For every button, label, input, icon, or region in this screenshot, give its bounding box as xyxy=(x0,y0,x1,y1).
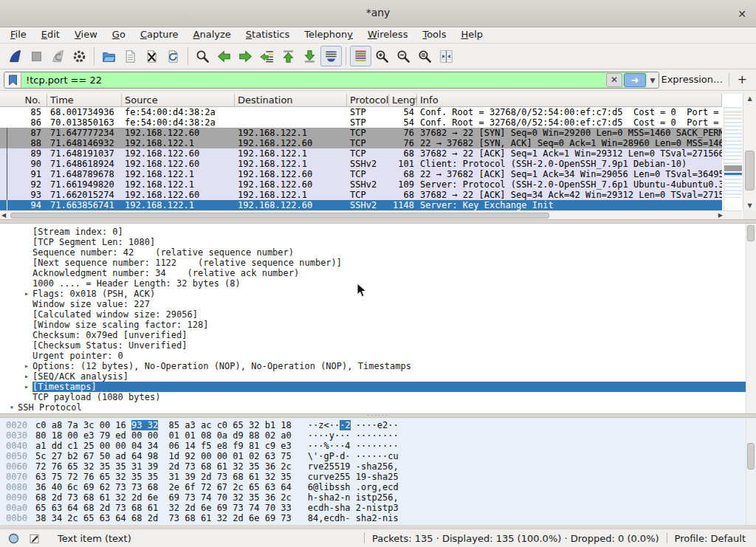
display-filter-input[interactable]: !tcp.port == 22 xyxy=(21,75,605,86)
detail-line[interactable]: ▾SSH Protocol xyxy=(0,402,756,413)
detail-line[interactable]: Urgent pointer: 0 xyxy=(0,351,756,361)
go-top-icon[interactable] xyxy=(278,46,299,66)
capture-comment-icon[interactable] xyxy=(27,531,41,545)
packet-list-vscrollbar[interactable]: ▲ ▼ xyxy=(743,94,756,210)
go-to-packet-icon[interactable] xyxy=(256,46,278,66)
collapsed-arrow-icon[interactable]: ▸ xyxy=(21,361,32,371)
detail-line[interactable]: Acknowledgment number: 34 (relative ack … xyxy=(0,268,756,278)
hex-row[interactable]: 00a065 63 64 68 2d 73 68 61 32 2d 6e 69 … xyxy=(0,503,756,513)
detail-line[interactable]: [Checksum Status: Unverified] xyxy=(0,340,756,351)
auto-scroll-icon[interactable] xyxy=(320,46,342,66)
menu-tools[interactable]: Tools xyxy=(415,27,453,41)
hex-row[interactable]: 00505c 27 b2 67 50 ad 64 98 1d 92 00 00 … xyxy=(0,451,756,461)
packet-row[interactable]: 8771.647777234192.168.122.60192.168.122.… xyxy=(0,128,722,138)
open-file-icon[interactable] xyxy=(98,46,120,66)
reload-icon[interactable] xyxy=(162,46,184,66)
detail-line[interactable]: Checksum: 0x79ed [unverified] xyxy=(0,330,756,340)
menu-edit[interactable]: Edit xyxy=(34,27,67,41)
detail-line[interactable]: Sequence number: 42 (relative sequence n… xyxy=(0,247,756,258)
detail-line[interactable]: [Stream index: 0] xyxy=(0,227,756,237)
apply-filter-button[interactable]: ➜ xyxy=(624,73,646,87)
details-vscrollbar-thumb[interactable] xyxy=(747,225,755,241)
filter-history-caret-icon[interactable]: ▼ xyxy=(647,72,659,88)
go-back-icon[interactable] xyxy=(213,46,235,66)
column-header-time[interactable]: Time xyxy=(47,94,122,107)
close-file-icon[interactable] xyxy=(141,46,162,66)
packet-row[interactable]: 9171.648789678192.168.122.1192.168.122.6… xyxy=(0,169,722,179)
packet-row[interactable]: 9371.662015274192.168.122.60192.168.122.… xyxy=(0,190,722,200)
packet-row[interactable]: 8871.648146932192.168.122.1192.168.122.6… xyxy=(0,138,722,148)
menu-analyze[interactable]: Analyze xyxy=(186,27,238,41)
detail-line[interactable]: ▸Options: (12 bytes), No-Operation (NOP)… xyxy=(0,361,756,371)
menu-file[interactable]: File xyxy=(3,27,34,41)
menu-capture[interactable]: Capture xyxy=(133,27,186,41)
go-forward-icon[interactable] xyxy=(235,46,256,66)
zoom-reset-icon[interactable] xyxy=(414,46,436,66)
detail-line[interactable]: [Window size scaling factor: 128] xyxy=(0,320,756,330)
expert-info-icon[interactable] xyxy=(6,531,21,545)
menu-wireless[interactable]: Wireless xyxy=(360,27,415,41)
go-bottom-icon[interactable] xyxy=(299,46,320,66)
zoom-out-icon[interactable] xyxy=(393,46,414,66)
save-file-icon[interactable] xyxy=(120,46,141,66)
packet-row[interactable]: 9271.661949820192.168.122.1192.168.122.6… xyxy=(0,179,722,190)
colorize-icon[interactable] xyxy=(350,46,371,66)
column-header-no[interactable]: No. xyxy=(0,94,47,107)
packet-row[interactable]: 9471.663856741192.168.122.1192.168.122.6… xyxy=(0,200,722,210)
expanded-arrow-icon[interactable]: ▾ xyxy=(6,402,18,413)
close-window-button[interactable]: ✕ xyxy=(734,6,750,22)
column-header-destination[interactable]: Destination xyxy=(235,94,347,107)
collapsed-arrow-icon[interactable]: ▸ xyxy=(21,289,32,299)
filter-bookmark-icon[interactable] xyxy=(4,72,21,88)
column-header-source[interactable]: Source xyxy=(122,94,235,107)
scroll-down-icon[interactable]: ▼ xyxy=(743,202,756,209)
display-filter-field[interactable]: !tcp.port == 22 ✕ ➜ ▼ xyxy=(4,72,659,89)
packet-row[interactable]: 8971.648191037192.168.122.60192.168.122.… xyxy=(0,148,722,159)
menu-statistics[interactable]: Statistics xyxy=(238,27,297,41)
hex-row[interactable]: 00b038 34 2c 65 63 64 68 2d 73 68 61 32 … xyxy=(0,513,756,523)
menu-go[interactable]: Go xyxy=(105,27,133,41)
title-bar[interactable]: *any ✕ xyxy=(0,0,756,27)
hex-row[interactable]: 009068 2d 73 68 61 32 2d 6e 69 73 74 70 … xyxy=(0,492,756,503)
expression-button[interactable]: Expression… xyxy=(661,74,723,85)
scroll-right-icon[interactable]: ▶ xyxy=(718,212,723,219)
hscrollbar-thumb[interactable] xyxy=(10,213,549,219)
profile-button[interactable]: Profile: Default xyxy=(675,533,746,544)
hex-row[interactable]: 0020c0 a8 7a 3c 00 16 93 32 85 a3 ac c0 … xyxy=(0,420,756,430)
detail-line[interactable]: [Next sequence number: 1122 (relative se… xyxy=(0,258,756,268)
column-header-protocol[interactable]: Protocol xyxy=(347,94,389,107)
capture-options-icon[interactable] xyxy=(69,46,90,66)
detail-line[interactable]: ▸[SEQ/ACK analysis] xyxy=(0,371,756,382)
find-packet-icon[interactable] xyxy=(192,46,213,66)
collapsed-arrow-icon[interactable]: ▸ xyxy=(21,371,32,382)
collapsed-arrow-icon[interactable]: ▸ xyxy=(21,382,32,392)
start-capture-icon[interactable] xyxy=(4,46,26,66)
zoom-in-icon[interactable] xyxy=(371,46,393,66)
menu-telephony[interactable]: Telephony xyxy=(297,27,360,41)
detail-line[interactable]: TCP payload (1080 bytes) xyxy=(0,392,756,402)
detail-line[interactable]: Window size value: 227 xyxy=(0,299,756,309)
scroll-left-icon[interactable]: ◀ xyxy=(1,212,6,219)
detail-line[interactable]: ▸[Timestamps] xyxy=(0,382,756,392)
column-header-info[interactable]: Info xyxy=(417,94,722,107)
hex-row[interactable]: 007063 75 72 76 65 32 35 35 31 39 2d 73 … xyxy=(0,472,756,482)
add-filter-button[interactable]: + xyxy=(738,72,747,86)
packet-list-minimap[interactable] xyxy=(724,107,742,210)
resize-columns-icon[interactable] xyxy=(436,46,457,66)
scroll-up-icon[interactable]: ▲ xyxy=(743,95,756,102)
bytes-vscrollbar-thumb[interactable] xyxy=(747,443,755,469)
packet-row[interactable]: 8568.001734936fe:54:00:d4:38:2aSTP54Conf… xyxy=(0,107,722,117)
menu-help[interactable]: Help xyxy=(453,27,490,41)
packet-row[interactable]: 8670.013850163fe:54:00:d4:38:2aSTP54Conf… xyxy=(0,117,722,128)
menu-view[interactable]: View xyxy=(67,27,105,41)
detail-line[interactable]: ▸Flags: 0x018 (PSH, ACK) xyxy=(0,289,756,299)
hex-row[interactable]: 0040a1 dd c1 25 00 00 04 34 06 14 f5 e8 … xyxy=(0,441,756,451)
hex-row[interactable]: 003080 18 00 e3 79 ed 00 00 01 01 08 0a … xyxy=(0,430,756,441)
packet-list-hscrollbar[interactable]: ◀ ▶ xyxy=(0,210,742,219)
restart-capture-icon[interactable] xyxy=(47,46,69,66)
bytes-vscrollbar[interactable] xyxy=(746,418,756,525)
detail-line[interactable]: [TCP Segment Len: 1080] xyxy=(0,237,756,247)
hex-row[interactable]: 008036 40 6c 69 62 73 73 68 2e 6f 72 67 … xyxy=(0,482,756,492)
vscrollbar-thumb[interactable] xyxy=(745,151,755,190)
column-header-length[interactable]: Length xyxy=(389,94,417,107)
